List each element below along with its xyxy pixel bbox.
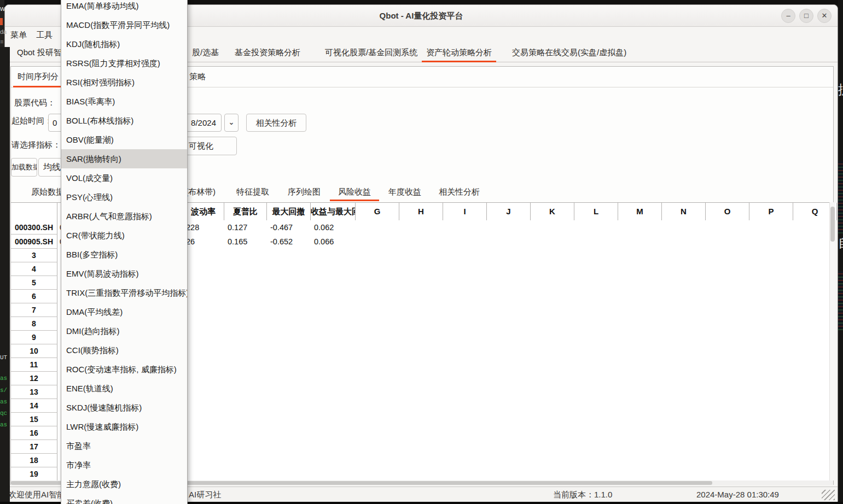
grid-row-header[interactable]: 16 — [11, 426, 57, 440]
indicator-dropdown-item[interactable]: DMA(平均线差) — [61, 302, 187, 321]
grid-row-header[interactable]: 000300.SH — [11, 220, 57, 235]
indicator-dropdown-item[interactable]: 买卖差(收费) — [61, 494, 187, 504]
indicator-dropdown-item[interactable]: ENE(轨道线) — [61, 379, 187, 398]
grid-row-header[interactable]: 4 — [11, 262, 57, 276]
indicator-dropdown-item[interactable]: CCI(顺势指标) — [61, 341, 187, 360]
indicator-dropdown-item[interactable]: SAR(抛物转向) — [61, 149, 187, 168]
grid-cell[interactable]: 0.127 — [228, 222, 247, 232]
indicator-dropdown-item[interactable]: 市净率 — [61, 455, 187, 474]
indicator-dropdown-item[interactable]: BBI(多空指标) — [61, 245, 187, 264]
grid-column-header[interactable]: 收益与最大回 — [311, 203, 356, 220]
grid-row-header[interactable]: 13 — [11, 385, 57, 399]
main-tab[interactable]: 资产轮动策略分析 — [422, 43, 496, 62]
grid-row-header[interactable]: 7 — [11, 303, 57, 317]
maximize-icon[interactable]: □ — [799, 9, 813, 23]
grid-column-header[interactable] — [11, 203, 57, 220]
menu-item[interactable]: 菜单 — [10, 27, 27, 43]
result-tab[interactable]: 相关性分析 — [434, 184, 484, 201]
main-tab[interactable]: 可视化股票/基金回测系统 — [321, 43, 422, 62]
resize-grip-icon[interactable] — [822, 490, 835, 500]
indicator-dropdown-item[interactable]: VOL(成交量) — [61, 168, 187, 187]
vertical-scrollbar[interactable] — [829, 202, 835, 480]
main-tab[interactable]: 股/选基 — [188, 43, 223, 62]
menu-item[interactable]: 工具 — [36, 27, 53, 43]
indicator-dropdown-item[interactable]: KDJ(随机指标) — [61, 34, 187, 54]
grid-row-header[interactable]: 19 — [11, 467, 57, 481]
main-tab[interactable]: Qbot 投研智 — [13, 43, 66, 62]
grid-row-header[interactable]: 000905.SH — [11, 235, 57, 249]
sub-tab[interactable]: 策略 — [185, 67, 210, 87]
indicator-dropdown-item[interactable]: PSY(心理线) — [61, 187, 187, 207]
grid-column-header[interactable]: M — [618, 203, 662, 220]
vertical-scrollbar-thumb[interactable] — [830, 207, 835, 242]
indicator-dropdown-item[interactable]: ARBR(人气和意愿指标) — [61, 207, 187, 226]
grid-column-header[interactable]: G — [356, 203, 399, 220]
load-data-button[interactable]: 加载数据 — [11, 158, 37, 177]
grid-row-header[interactable]: 6 — [11, 290, 57, 303]
indicator-dropdown-item[interactable]: ROC(变动速率指标, 威廉指标) — [61, 360, 187, 379]
indicator-dropdown-item[interactable]: EMA(简单移动均线) — [61, 0, 187, 15]
indicator-dropdown-item[interactable]: CR(带状能力线) — [61, 226, 187, 245]
grid-column-header[interactable]: 最大回撤 — [267, 203, 311, 220]
grid-column-header[interactable]: 夏普比 — [224, 203, 267, 220]
indicator-dropdown-item[interactable]: DMI(趋向指标) — [61, 321, 187, 341]
grid-column-header[interactable]: K — [531, 203, 574, 220]
indicator-dropdown-item[interactable]: BOLL(布林线指标) — [61, 111, 187, 130]
terminal-text-fragment: s/ — [0, 387, 7, 394]
grid-cell[interactable]: -0.652 — [270, 237, 293, 247]
grid-row-header[interactable]: 10 — [11, 344, 57, 358]
grid-row-header[interactable]: 11 — [11, 358, 57, 372]
grid-row-header[interactable]: 3 — [11, 249, 57, 262]
result-tab[interactable]: 特征提取 — [232, 184, 274, 201]
indicator-dropdown-item[interactable]: 主力意愿(收费) — [61, 474, 187, 494]
community-text: AI研习社 — [189, 490, 221, 500]
indicator-dropdown-item[interactable]: MACD(指数平滑异同平均线) — [61, 15, 187, 34]
grid-row-header[interactable]: 5 — [11, 276, 57, 290]
grid-row-header[interactable]: 9 — [11, 331, 57, 344]
grid-row-header[interactable]: 8 — [11, 317, 57, 331]
grid-row-header[interactable]: 15 — [11, 413, 57, 426]
indicator-dropdown-item[interactable]: BIAS(乖离率) — [61, 92, 187, 111]
chevron-down-icon[interactable]: ⌄ — [224, 114, 239, 132]
desktop-right-strip: 据 自 — [838, 0, 843, 504]
desktop-text-fragment: da — [0, 28, 7, 35]
grid-column-header[interactable]: I — [443, 203, 487, 220]
grid-column-header[interactable]: 波动率 — [183, 203, 224, 220]
indicator-dropdown-item[interactable]: EMV(简易波动指标) — [61, 264, 187, 283]
grid-row-header[interactable]: 17 — [11, 440, 57, 454]
grid-column-header[interactable]: H — [399, 203, 443, 220]
desktop-text-fragment: ≡ — [0, 38, 3, 45]
main-tab[interactable]: 交易策略在线交易(实盘/虚拟盘) — [508, 43, 631, 62]
indicator-dropdown-list: EMA(简单移动均线)MACD(指数平滑异同平均线)KDJ(随机指标)RSRS(… — [61, 0, 188, 504]
grid-row-header[interactable]: 14 — [11, 399, 57, 413]
grid-row-header[interactable]: 12 — [11, 372, 57, 385]
grid-cell[interactable]: 0.062 — [314, 222, 334, 232]
grid-cell[interactable]: 228 — [186, 222, 199, 232]
grid-column-header[interactable]: P — [749, 203, 793, 220]
indicator-dropdown-item[interactable]: OBV(能量潮) — [61, 130, 187, 149]
indicator-dropdown-item[interactable]: TRIX(三重指数平滑移动平均指标) — [61, 283, 187, 302]
indicator-dropdown-item[interactable]: SKDJ(慢速随机指标) — [61, 398, 187, 417]
grid-column-header[interactable]: O — [706, 203, 749, 220]
indicator-dropdown-item[interactable]: LWR(慢速威廉指标) — [61, 417, 187, 436]
result-tab[interactable]: 风险收益 — [330, 184, 379, 201]
terminal-text-fragment: qc — [0, 410, 7, 417]
result-tab[interactable]: 序列绘图 — [283, 184, 325, 201]
grid-row-header[interactable]: 18 — [11, 454, 57, 467]
main-tab[interactable]: 基金投资策略分析 — [230, 43, 305, 62]
correlation-analysis-button[interactable]: 相关性分析 — [246, 114, 306, 132]
grid-column-header[interactable]: J — [487, 203, 531, 220]
grid-column-header[interactable]: L — [574, 203, 618, 220]
close-icon[interactable]: ✕ — [817, 9, 832, 23]
indicator-select-label: 请选择指标： — [11, 139, 61, 150]
sub-tab[interactable]: 时间序列分 — [13, 67, 63, 87]
minimize-icon[interactable]: – — [781, 9, 795, 23]
indicator-dropdown-item[interactable]: 市盈率 — [61, 436, 187, 455]
grid-cell[interactable]: 0.066 — [314, 237, 334, 247]
indicator-dropdown-item[interactable]: RSRS(阻力支撑相对强度) — [61, 54, 187, 73]
result-tab[interactable]: 年度收益 — [384, 184, 426, 201]
indicator-dropdown-item[interactable]: RSI(相对强弱指标) — [61, 73, 187, 92]
grid-cell[interactable]: -0.467 — [270, 222, 293, 232]
grid-cell[interactable]: 0.165 — [228, 237, 247, 247]
grid-column-header[interactable]: N — [662, 203, 706, 220]
